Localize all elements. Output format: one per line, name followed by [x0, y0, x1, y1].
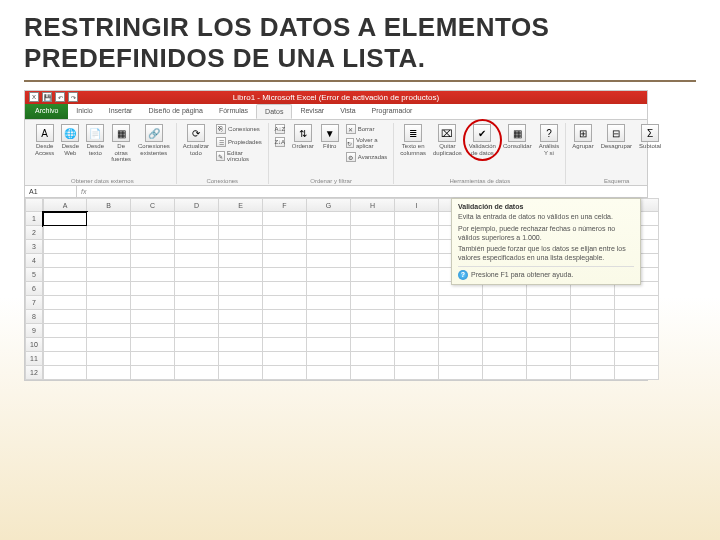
cell[interactable] [615, 338, 659, 352]
tab-datos[interactable]: Datos [256, 104, 292, 119]
group-button[interactable]: ⊞Agrupar [570, 123, 595, 151]
cell[interactable] [395, 352, 439, 366]
cell[interactable] [219, 352, 263, 366]
tab-diseno[interactable]: Diseño de página [140, 104, 211, 119]
cell[interactable] [307, 268, 351, 282]
cell[interactable] [219, 310, 263, 324]
cell[interactable] [615, 310, 659, 324]
cell[interactable] [307, 282, 351, 296]
cell[interactable] [175, 310, 219, 324]
cell[interactable] [307, 338, 351, 352]
cell[interactable] [307, 226, 351, 240]
cell[interactable] [43, 338, 87, 352]
cell[interactable] [307, 212, 351, 226]
sort-za-button[interactable]: Z↓A [273, 136, 287, 148]
cell[interactable] [263, 254, 307, 268]
cell[interactable] [87, 282, 131, 296]
cell[interactable] [307, 240, 351, 254]
cell[interactable] [395, 338, 439, 352]
from-web-button[interactable]: 🌐Desde Web [59, 123, 81, 164]
cell[interactable] [351, 212, 395, 226]
cell[interactable] [527, 338, 571, 352]
cell[interactable] [483, 296, 527, 310]
tab-revisar[interactable]: Revisar [292, 104, 332, 119]
cell[interactable] [263, 338, 307, 352]
cell[interactable] [87, 212, 131, 226]
cell[interactable] [219, 254, 263, 268]
cell[interactable] [131, 324, 175, 338]
cell[interactable] [43, 240, 87, 254]
cell[interactable] [395, 310, 439, 324]
cell[interactable] [395, 324, 439, 338]
cell[interactable] [175, 268, 219, 282]
cell[interactable] [43, 282, 87, 296]
cell[interactable] [615, 324, 659, 338]
cell[interactable] [307, 254, 351, 268]
tab-insertar[interactable]: Insertar [101, 104, 141, 119]
cell[interactable] [351, 226, 395, 240]
row-header[interactable]: 8 [25, 310, 43, 324]
column-header[interactable]: F [263, 198, 307, 212]
cell[interactable] [87, 226, 131, 240]
cell[interactable] [175, 296, 219, 310]
consolidate-button[interactable]: ▦Consolidar [501, 123, 534, 157]
from-access-button[interactable]: ADesde Access [33, 123, 56, 164]
row-header[interactable]: 1 [25, 212, 43, 226]
cell[interactable] [263, 240, 307, 254]
remove-duplicates-button[interactable]: ⌧Quitar duplicados [431, 123, 464, 157]
cell[interactable] [87, 296, 131, 310]
cell[interactable] [175, 226, 219, 240]
filter-button[interactable]: ▼Filtro [319, 123, 341, 163]
cell[interactable] [263, 296, 307, 310]
cell[interactable] [395, 212, 439, 226]
cell[interactable] [351, 240, 395, 254]
edit-links-button[interactable]: ✎Editar vínculos [214, 149, 264, 163]
cell[interactable] [43, 226, 87, 240]
cell[interactable] [43, 310, 87, 324]
cell[interactable] [571, 366, 615, 380]
column-header[interactable]: G [307, 198, 351, 212]
column-header[interactable]: B [87, 198, 131, 212]
cell[interactable] [131, 268, 175, 282]
cell[interactable] [175, 338, 219, 352]
cell[interactable] [219, 226, 263, 240]
properties-button[interactable]: ☰Propiedades [214, 136, 264, 148]
column-header[interactable]: E [219, 198, 263, 212]
cell[interactable] [43, 268, 87, 282]
cell[interactable] [571, 324, 615, 338]
row-header[interactable]: 9 [25, 324, 43, 338]
cell[interactable] [219, 296, 263, 310]
cell[interactable] [43, 212, 87, 226]
name-box[interactable]: A1 [25, 186, 77, 197]
from-text-button[interactable]: 📄Desde texto [84, 123, 106, 164]
cell[interactable] [439, 338, 483, 352]
cell[interactable] [87, 352, 131, 366]
cell[interactable] [87, 366, 131, 380]
tab-formulas[interactable]: Fórmulas [211, 104, 256, 119]
cell[interactable] [175, 352, 219, 366]
cell[interactable] [615, 352, 659, 366]
cell[interactable] [483, 352, 527, 366]
row-header[interactable]: 7 [25, 296, 43, 310]
cell[interactable] [351, 310, 395, 324]
cell[interactable] [219, 338, 263, 352]
cell[interactable] [219, 240, 263, 254]
cell[interactable] [131, 352, 175, 366]
cell[interactable] [351, 296, 395, 310]
row-header[interactable]: 11 [25, 352, 43, 366]
cell[interactable] [395, 254, 439, 268]
cell[interactable] [131, 310, 175, 324]
cell[interactable] [263, 310, 307, 324]
worksheet-grid[interactable]: 123456789101112 ABCDEFGHIJKLMN Validació… [25, 198, 647, 380]
cell[interactable] [131, 240, 175, 254]
cell[interactable] [175, 366, 219, 380]
cell[interactable] [483, 366, 527, 380]
cell[interactable] [615, 366, 659, 380]
cell[interactable] [395, 366, 439, 380]
data-validation-button[interactable]: ✔Validación de datos [467, 123, 498, 157]
cell[interactable] [571, 338, 615, 352]
cell[interactable] [439, 324, 483, 338]
cell[interactable] [483, 310, 527, 324]
cell[interactable] [131, 226, 175, 240]
text-to-columns-button[interactable]: ≣Texto en columnas [398, 123, 428, 157]
